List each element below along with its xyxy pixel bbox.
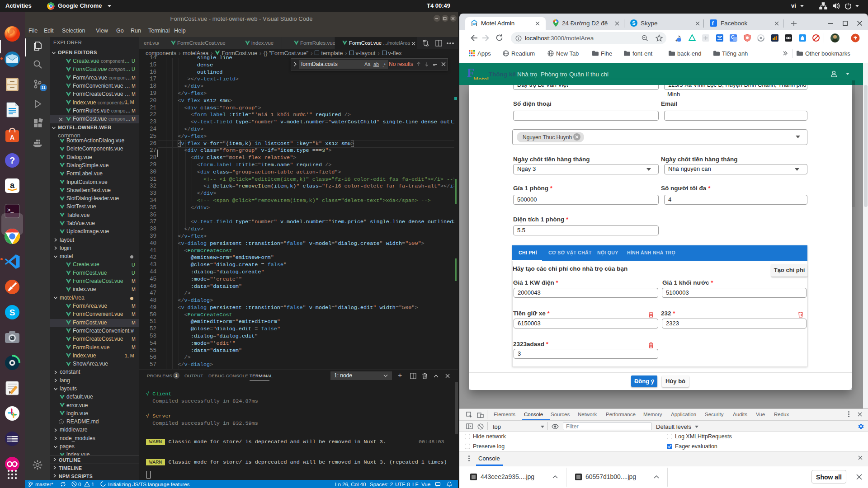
svg-text:>_: >_ (7, 207, 14, 214)
svg-text:A: A (10, 134, 14, 141)
svg-text:S: S (9, 308, 15, 317)
svg-text:a: a (10, 181, 15, 190)
svg-text:?: ? (9, 155, 15, 165)
